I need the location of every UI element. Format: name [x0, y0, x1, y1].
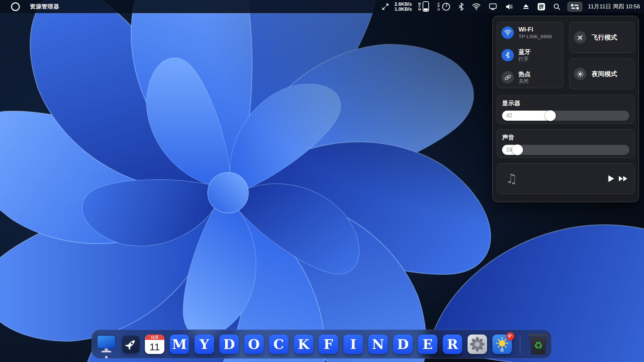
rocket-icon: [123, 337, 138, 352]
active-app-title[interactable]: 资源管理器: [30, 0, 59, 13]
cpu-indicator[interactable]: CPU: [437, 0, 450, 13]
calendar-month: 11月: [145, 335, 164, 340]
dock-item-letter[interactable]: K: [294, 335, 313, 354]
dock-item-trash[interactable]: ♻: [528, 334, 548, 355]
dock-item-letter[interactable]: C: [269, 335, 288, 354]
sound-volume-card: 声音 16: [497, 129, 635, 158]
display-slider-thumb[interactable]: [545, 110, 556, 121]
system-menu-button[interactable]: [11, 0, 20, 13]
download-speed: 1.0KB/s: [394, 7, 412, 12]
letter-glyph: N: [372, 335, 384, 354]
letter-glyph: K: [298, 335, 310, 354]
media-player-card: ♫: [497, 163, 635, 194]
letter-glyph: O: [248, 335, 260, 354]
desktop: 资源管理器 2.6KB/s 1.0KB/s MEM CPU: [0, 0, 644, 362]
calendar-day: 11: [145, 340, 164, 354]
sound-slider-value: 16: [506, 147, 512, 153]
letter-glyph: C: [273, 335, 284, 354]
pinyin-ime-badge: 拼: [538, 3, 545, 10]
connectivity-card: Wi-Fi TP-LINK_6666 蓝牙 打开: [497, 22, 563, 88]
memory-gauge-icon: [423, 1, 429, 12]
display-brightness-slider[interactable]: 42: [502, 111, 629, 121]
letter-glyph: D: [397, 335, 409, 354]
dock-separator: [520, 335, 520, 354]
input-method-indicator[interactable]: 拼: [538, 0, 545, 13]
dock-item-file-manager[interactable]: [96, 335, 117, 354]
night-mode-sun-icon: [574, 68, 586, 80]
trash-body: ♻: [529, 336, 548, 355]
bluetooth-title: 蓝牙: [519, 49, 531, 55]
dock-item-calendar[interactable]: 11月 11: [145, 335, 164, 354]
dock-item-letter[interactable]: I: [343, 335, 363, 354]
running-indicator-dot: [105, 356, 108, 358]
menu-bar: 资源管理器 2.6KB/s 1.0KB/s MEM CPU: [0, 0, 644, 13]
dock-item-letter[interactable]: R: [443, 335, 462, 354]
control-center-panel: Wi-Fi TP-LINK_6666 蓝牙 打开: [492, 16, 639, 202]
bluetooth-toggle-row[interactable]: 蓝牙 打开: [501, 49, 563, 62]
night-mode-card[interactable]: 夜间模式: [569, 58, 635, 89]
monitor-icon: [96, 335, 117, 354]
dock-item-settings[interactable]: [468, 335, 487, 354]
letter-glyph: Y: [200, 335, 209, 354]
recycle-icon: ♻: [534, 341, 543, 351]
wifi-icon: [501, 26, 514, 39]
cpu-label: CPU: [437, 2, 440, 11]
next-track-button[interactable]: [619, 176, 628, 182]
letter-glyph: E: [423, 335, 433, 354]
sound-volume-slider[interactable]: 16: [502, 145, 629, 155]
wifi-icon[interactable]: [472, 0, 481, 13]
memory-indicator[interactable]: MEM: [418, 0, 429, 13]
mem-label: MEM: [418, 2, 421, 11]
control-center-toggle[interactable]: [567, 2, 583, 12]
display-slider-fill: 42: [502, 111, 555, 121]
wifi-title: Wi-Fi: [519, 26, 552, 33]
dock-item-letter[interactable]: M: [170, 335, 189, 354]
letter-glyph: M: [172, 335, 187, 354]
hotspot-title: 热点: [519, 71, 531, 77]
display-slider-value: 42: [506, 113, 512, 119]
bluetooth-icon[interactable]: [459, 0, 464, 13]
dock-item-letter[interactable]: E: [418, 335, 437, 354]
night-mode-label: 夜间模式: [592, 70, 617, 78]
dock-item-letter[interactable]: F: [319, 335, 338, 354]
airplane-icon: [574, 31, 586, 44]
eject-icon[interactable]: [522, 0, 530, 13]
play-button[interactable]: [608, 175, 614, 182]
gear-icon: [470, 337, 485, 352]
hotspot-toggle-row[interactable]: 热点 关闭: [501, 71, 563, 84]
letter-glyph: I: [350, 335, 357, 354]
hotspot-state: 关闭: [519, 78, 531, 84]
upload-speed: 2.6KB/s: [394, 2, 412, 7]
dock-item-weather[interactable]: 晴 9°: [492, 335, 512, 354]
system-logo-icon: [11, 2, 20, 11]
dock-item-letter[interactable]: D: [393, 335, 413, 354]
sound-slider-thumb[interactable]: [512, 144, 523, 155]
search-icon[interactable]: [553, 0, 560, 13]
letter-glyph: R: [447, 335, 458, 354]
trash-lid: [529, 334, 548, 336]
airplane-mode-card[interactable]: 飞行模式: [569, 22, 635, 53]
display-icon[interactable]: [489, 0, 497, 13]
wifi-network-name: TP-LINK_6666: [519, 34, 552, 39]
menubar-clock[interactable]: 11月11日 周四 10:56: [588, 0, 640, 13]
airplane-mode-label: 飞行模式: [592, 33, 617, 42]
dock-item-letter[interactable]: D: [219, 335, 239, 354]
wifi-toggle-row[interactable]: Wi-Fi TP-LINK_6666: [501, 26, 563, 39]
letter-glyph: F: [324, 335, 333, 354]
network-activity-arrows-icon[interactable]: [382, 0, 389, 13]
dock: 11月 11 M Y D O C K F I N D E R: [92, 329, 552, 359]
network-speed-indicator[interactable]: 2.6KB/s 1.0KB/s: [394, 0, 412, 13]
dock-item-letter[interactable]: N: [368, 335, 388, 354]
letter-glyph: D: [223, 335, 235, 354]
volume-icon[interactable]: [505, 0, 514, 13]
dock-item-letter[interactable]: Y: [195, 335, 214, 354]
music-note-icon: ♫: [506, 171, 517, 186]
weather-temp-badge: 9°: [506, 332, 514, 340]
display-brightness-card: 显示器 42: [497, 95, 635, 124]
weather-condition: 晴: [492, 348, 512, 353]
sound-slider-fill: 16: [502, 145, 523, 155]
dock-item-launchpad[interactable]: [122, 336, 140, 353]
sound-slider-label: 声音: [502, 133, 629, 141]
dock-item-letter[interactable]: O: [244, 335, 264, 354]
display-slider-label: 显示器: [502, 99, 629, 107]
